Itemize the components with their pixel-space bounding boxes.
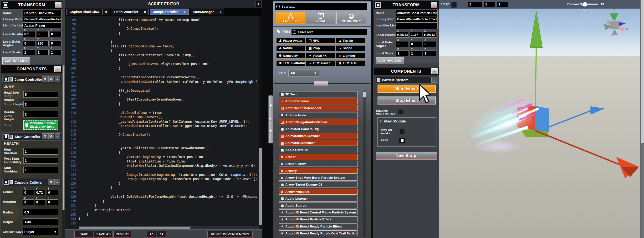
tag-button[interactable]: ⚙ Gameplay bbox=[276, 53, 305, 58]
double-jump-field[interactable]: 2 bbox=[23, 111, 58, 118]
stun-cooldown-field[interactable]: 1 bbox=[23, 167, 58, 173]
asset-list-item[interactable]: ▦ Arrow Target Dummy 01 bbox=[279, 182, 358, 188]
code-vertical-scrollbar-thumb[interactable] bbox=[259, 148, 262, 225]
code-line[interactable]: 135 bbox=[65, 221, 259, 225]
code-line[interactable]: 111 OnDoubleJump.Invoke(); bbox=[65, 115, 259, 119]
local-scale-x[interactable]: 1 bbox=[23, 50, 35, 55]
local-position-y[interactable]: 0 bbox=[36, 31, 48, 37]
play-on-awake-checkbox[interactable] bbox=[399, 129, 405, 134]
edit-hacking-button[interactable]: EDIT HACKING bbox=[2, 57, 30, 64]
asset-list-item[interactable]: ▤ AnimatedItemSpawner bbox=[279, 133, 358, 139]
source-tab-community[interactable]: COMMUNITY bbox=[336, 12, 366, 24]
local-position-z[interactable]: 5.20313 bbox=[423, 32, 436, 38]
jump-controller-checkbox[interactable] bbox=[4, 77, 8, 82]
redo-button[interactable]: ↪ bbox=[157, 231, 166, 238]
asset-list-scrollbar-thumb[interactable] bbox=[363, 92, 366, 98]
stun-controller-minimize-button[interactable]: – bbox=[54, 134, 60, 139]
tag-button[interactable]: ✶ Visual FX bbox=[306, 53, 335, 58]
stun-duration-field[interactable]: 1 bbox=[23, 148, 58, 154]
code-horizontal-scrollbar-thumb[interactable] bbox=[79, 226, 190, 229]
particle-system-minimize-button[interactable]: – bbox=[432, 77, 437, 83]
local-scale-x[interactable]: 1 bbox=[396, 50, 409, 56]
asset-list-item[interactable]: ◫ AIPathNavigationController bbox=[279, 119, 358, 125]
tags-search-field[interactable]: Enter text... bbox=[291, 28, 367, 35]
left-transform-minimize-button[interactable]: – bbox=[55, 2, 62, 8]
code-line[interactable]: 115 OnJump.Invoke(); bbox=[65, 132, 259, 137]
asset-search-field[interactable]: Search... bbox=[275, 3, 367, 10]
local-scale-y[interactable]: 1 bbox=[36, 50, 48, 55]
tag-button[interactable]: ◑ Shape bbox=[336, 45, 366, 51]
local-position-x[interactable]: 0.45383 bbox=[396, 32, 409, 38]
height-field[interactable]: 1.44 bbox=[23, 218, 58, 225]
code-line[interactable]: 126 } bbox=[65, 181, 259, 186]
asset-list-item[interactable]: ◙ AI Zone Node bbox=[279, 112, 358, 118]
head-bop-field[interactable]: 5 bbox=[23, 91, 58, 98]
right-transform-minimize-button[interactable]: – bbox=[431, 2, 437, 8]
asset-list-item[interactable]: ▣ Audio Listener bbox=[279, 196, 358, 202]
code-line[interactable]: 98 { bbox=[65, 58, 259, 62]
script-tab[interactable]: JumpController X bbox=[150, 8, 188, 15]
script-tab-label[interactable]: Capitan BlackClaw bbox=[67, 9, 102, 15]
code-line[interactable]: 124 Debug.DrawLine(beginning, transform.… bbox=[65, 172, 259, 177]
center-y[interactable]: 0.72 bbox=[35, 190, 46, 195]
center-x[interactable]: 0 bbox=[23, 190, 34, 195]
local-position-z[interactable]: 0 bbox=[50, 31, 62, 37]
code-line[interactable]: 112 _cachedAnimatorController?.SetIntege… bbox=[65, 119, 259, 124]
radius-field[interactable]: 0.3 bbox=[23, 209, 58, 215]
asset-list-item[interactable]: ◙ Archer bbox=[279, 154, 358, 160]
library-path-field[interactable]: Games/Platformer/Actors bbox=[23, 16, 62, 22]
code-line[interactable]: 122 while(HostActor.GetCachedComponent<R… bbox=[65, 164, 259, 168]
library-path-field[interactable]: Games/Racer/Particle Effects bbox=[396, 16, 438, 22]
new-script-button[interactable]: New Script bbox=[376, 152, 437, 160]
tag-button[interactable]: ♣ Nature bbox=[276, 45, 305, 51]
capsule-collider-minimize-button[interactable]: – bbox=[54, 179, 60, 185]
name-field[interactable]: Capitan BlackClaw bbox=[23, 10, 62, 16]
local-position-x[interactable]: 0.1 bbox=[23, 31, 35, 37]
edit-hacking-button[interactable]: EDIT HACKING bbox=[376, 57, 404, 64]
left-panel-scrollbar[interactable] bbox=[62, 65, 65, 238]
snap-z-field[interactable]: 1 bbox=[497, 2, 508, 7]
code-line[interactable]: 129 Vector3 GetVelocityForJumpHeight(flo… bbox=[65, 194, 259, 199]
identifier-list-field[interactable]: Avatar,Player bbox=[23, 22, 62, 28]
code-line[interactable]: 133 } bbox=[65, 212, 259, 216]
code-line[interactable]: 96 { bbox=[65, 48, 259, 53]
tag-button[interactable]: ◫ NPC bbox=[306, 38, 335, 44]
post-stun-field[interactable]: 1 bbox=[23, 157, 58, 164]
viewport-scrollbar[interactable] bbox=[640, 0, 644, 238]
code-line[interactable]: 131 } bbox=[65, 203, 259, 208]
asset-list-item[interactable]: ◙ ArrowProjectile bbox=[279, 189, 358, 195]
code-line[interactable]: 106 { bbox=[65, 93, 259, 97]
tab-close-icon[interactable]: X bbox=[181, 9, 188, 15]
code-line[interactable]: 90 { bbox=[65, 22, 259, 26]
stun-controller-close-button[interactable]: X bbox=[42, 134, 48, 139]
local-euler-x[interactable]: 0 bbox=[396, 41, 409, 47]
code-line[interactable]: 110 _didDoubleJump = true; bbox=[65, 110, 259, 115]
jump-height-field[interactable]: 2 bbox=[23, 101, 58, 108]
asset-list-item[interactable]: ✶ Autodrift Boost Particle Effect bbox=[279, 216, 358, 222]
code-line[interactable]: 118 System.Collections.IEnumerator DrawW… bbox=[65, 146, 259, 150]
save-button[interactable]: SAVE bbox=[74, 231, 94, 238]
asset-list-item[interactable]: » ActionBehavior bbox=[279, 98, 358, 104]
local-euler-z[interactable]: 0 bbox=[423, 41, 436, 47]
undo-button[interactable]: ↩ bbox=[146, 231, 156, 238]
asset-list-item[interactable]: ▤ ActorHealthMeterAdder bbox=[279, 105, 358, 111]
script-tab-label[interactable]: DashController bbox=[111, 9, 141, 15]
jump-controller-close-button[interactable]: X bbox=[42, 76, 48, 82]
code-line[interactable]: 109 bbox=[65, 106, 259, 110]
rotation-y[interactable]: 0 bbox=[35, 200, 46, 205]
right-components-minimize-button[interactable]: – bbox=[432, 68, 438, 74]
capsule-collider-checkbox[interactable] bbox=[4, 180, 8, 185]
code-line[interactable]: 120 Vector3 beginning = transform.positi… bbox=[65, 154, 259, 159]
expand-right-icon[interactable] bbox=[270, 129, 272, 133]
snap-checkbox[interactable] bbox=[451, 2, 457, 8]
save-as-button[interactable]: SAVE AS bbox=[94, 231, 113, 238]
tag-button[interactable]: ♟ Player Avatar bbox=[276, 38, 305, 44]
code-vertical-scrollbar[interactable] bbox=[259, 16, 262, 226]
identifier-list-field[interactable] bbox=[396, 22, 438, 29]
script-tab-label[interactable]: StunManager bbox=[190, 9, 217, 15]
code-line[interactable]: 119 { bbox=[65, 150, 259, 154]
splitter-handle[interactable]: ≣ bbox=[268, 95, 273, 144]
asset-list-item[interactable]: ◙ Archer Arrow bbox=[279, 161, 358, 167]
code-line[interactable]: 125 Debug.Log((beginning - transform.pos… bbox=[65, 177, 259, 181]
code-line[interactable]: 101 bbox=[65, 70, 259, 75]
